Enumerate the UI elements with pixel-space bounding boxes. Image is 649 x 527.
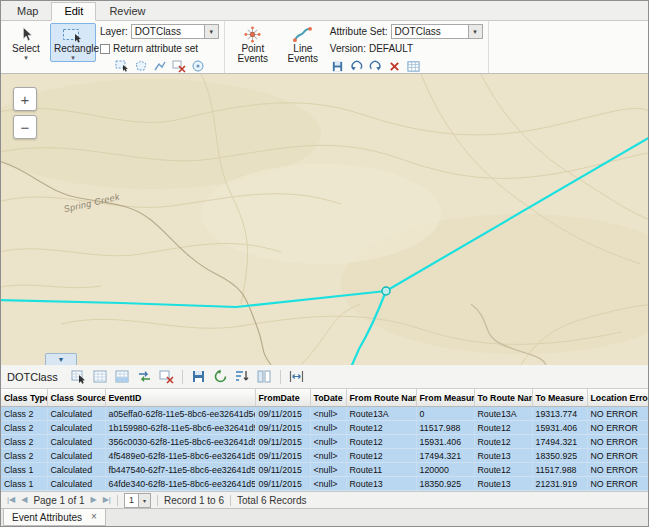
pager-separator [157,495,158,506]
column-header[interactable]: Location Error [587,389,648,407]
point-events-button[interactable]: Point Events [230,23,276,65]
tab-review[interactable]: Review [96,2,158,21]
toolbar-separator [280,370,281,384]
route-junction-marker[interactable] [382,287,390,295]
save-edits-icon[interactable] [330,58,346,74]
table-cell: Route12 [474,463,532,477]
edit-events-group: Point Events Line Events Attribute Set: … [225,21,489,73]
column-header[interactable]: Class Source [47,389,105,407]
fit-columns-icon[interactable] [287,368,306,386]
clear-table-selection-icon[interactable] [157,368,176,386]
attribute-set-dropdown[interactable]: DOTClass ▾ [391,24,483,39]
tab-map[interactable]: Map [4,2,51,21]
column-header[interactable]: FromDate [255,389,310,407]
ribbon-tabstrip: Map Edit Review [1,1,648,21]
show-selected-records-icon[interactable] [113,368,132,386]
table-cell: <null> [310,435,346,449]
select-records-icon[interactable] [69,368,88,386]
table-cell: 19313.774 [532,407,587,421]
select-by-rectangle-icon[interactable] [114,58,130,74]
table-cell: Class 2 [1,449,47,463]
pager-separator [117,495,118,506]
layer-label: Layer: [100,26,128,37]
map-canvas[interactable] [1,74,648,365]
table-row[interactable]: Class 2Calculated356c0030-62f8-11e5-8bc6… [1,435,648,449]
table-cell: Route13A [346,407,416,421]
clear-selection-icon[interactable] [171,58,187,74]
first-page-button[interactable]: |◀ [7,496,15,504]
table-row[interactable]: Class 2Calculated4f5489e0-62f8-11e5-8bc6… [1,449,648,463]
column-header[interactable]: To Route Name [474,389,532,407]
tab-edit[interactable]: Edit [51,2,96,21]
attribute-table-toolbar: DOTClass [1,365,648,389]
table-cell: NO ERROR [587,477,648,491]
route-west-segment [1,291,386,307]
column-chooser-icon[interactable] [255,368,274,386]
table-cell: Class 2 [1,435,47,449]
map-view[interactable]: Spring Creek + − ▼ [1,74,648,365]
page-size-dropdown[interactable]: 1 ▾ [124,493,151,508]
chevron-down-icon: ▾ [71,54,75,61]
page-indicator: Page 1 of 1 [33,495,84,506]
return-attribute-set-checkbox[interactable] [100,44,110,54]
zoom-in-button[interactable]: + [13,87,37,111]
select-by-line-icon[interactable] [152,58,168,74]
panel-collapse-button[interactable]: ▼ [45,353,77,365]
last-page-button[interactable]: ▶| [103,496,111,504]
attribute-set-label: Attribute Set: [330,26,388,37]
table-row[interactable]: Class 2Calculateda05effa0-62f8-11e5-8bc6… [1,407,648,421]
select-button[interactable]: Select ▾ [6,23,46,62]
save-records-icon[interactable] [189,368,208,386]
chevron-down-icon: ▾ [468,25,482,38]
sort-descending-icon[interactable] [233,368,252,386]
table-cell: 09/11/2015 [255,463,310,477]
table-cell: Class 1 [1,477,47,491]
undo-icon[interactable] [349,58,365,74]
table-cell: 4f5489e0-62f8-11e5-8bc6-ee32641d5ec9 [105,449,255,463]
zoom-control: + − [13,87,37,139]
close-icon[interactable]: × [91,512,97,522]
selection-options-icon[interactable] [190,58,206,74]
chevron-down-icon: ▾ [204,25,218,38]
column-header[interactable]: From Measure [416,389,474,407]
table-pager: |◀ ◀ Page 1 of 1 ▶ ▶| 1 ▾ Record 1 to 6 … [1,491,648,508]
tab-event-attributes[interactable]: Event Attributes × [3,509,106,526]
column-header[interactable]: From Route Name [346,389,416,407]
delete-event-icon[interactable] [387,58,403,74]
column-header[interactable]: ToDate [310,389,346,407]
show-all-records-icon[interactable] [91,368,110,386]
layer-dropdown[interactable]: DOTClass ▾ [131,24,219,39]
select-by-polygon-icon[interactable] [133,58,149,74]
next-page-button[interactable]: ▶ [91,496,97,504]
table-cell: Route13A [474,407,532,421]
switch-selection-icon[interactable] [135,368,154,386]
table-cell: Calculated [47,463,105,477]
chevron-down-icon: ▾ [24,54,28,61]
refresh-icon[interactable] [211,368,230,386]
rectangle-select-button[interactable]: Rectangle ▾ [50,23,96,62]
table-cell: Route12 [474,421,532,435]
table-row[interactable]: Class 1Calculated64fde340-62f8-11e5-8bc6… [1,477,648,491]
table-cell: NO ERROR [587,435,648,449]
column-header[interactable]: Class Type [1,389,47,407]
table-cell: Calculated [47,477,105,491]
column-header[interactable]: To Measure [532,389,587,407]
table-cell: <null> [310,449,346,463]
table-row[interactable]: Class 1Calculatedfb447540-62f7-11e5-8bc6… [1,463,648,477]
table-row[interactable]: Class 2Calculated1b159980-62f8-11e5-8bc6… [1,421,648,435]
redo-icon[interactable] [368,58,384,74]
layer-title: DOTClass [7,371,58,383]
event-attributes-panel: DOTClass Class TypeClass SourceEventIDFr… [1,365,648,508]
event-attributes-grid-icon[interactable] [406,58,422,74]
line-events-label: Line Events [284,44,322,64]
table-cell: 09/11/2015 [255,435,310,449]
select-button-label: Select [12,44,40,54]
select-pointer-icon [19,25,33,44]
table-cell: 11517.988 [532,463,587,477]
previous-page-button[interactable]: ◀ [21,496,27,504]
table-cell: NO ERROR [587,449,648,463]
line-events-button[interactable]: Line Events [280,23,326,65]
pager-separator [230,495,231,506]
zoom-out-button[interactable]: − [13,115,37,139]
column-header[interactable]: EventID [105,389,255,407]
